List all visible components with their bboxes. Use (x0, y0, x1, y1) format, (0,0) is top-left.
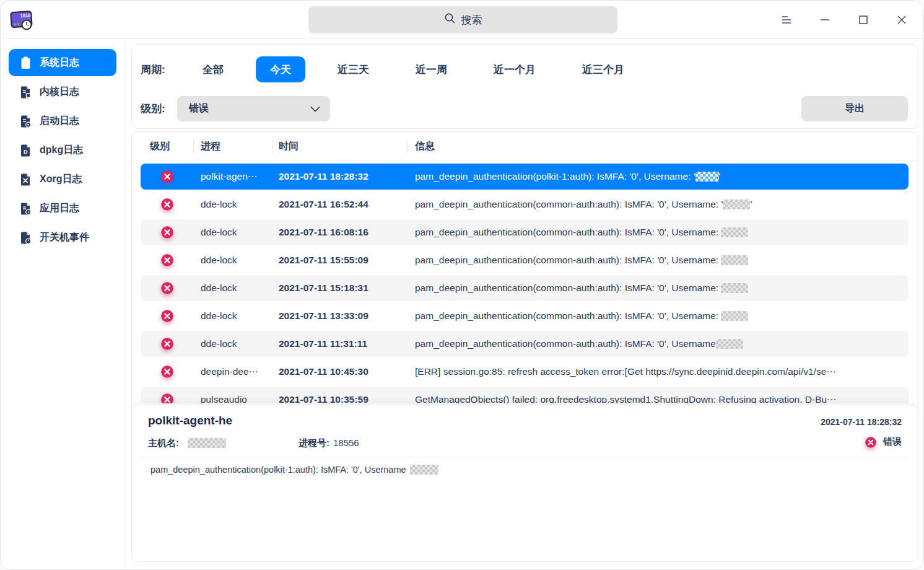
row-process-cell: pulseaudio (193, 394, 272, 403)
table-row[interactable]: pulseaudio2021-07-11 10:35:59GetManagedO… (141, 387, 909, 403)
app-log-icon (20, 202, 32, 215)
log-viewer-window: 1010 1100 搜索 (0, 0, 924, 570)
period-label: 周期: (141, 63, 188, 77)
level-label: 级别: (141, 102, 177, 116)
redacted-hostname (188, 438, 226, 448)
sidebar-item-label: 启动日志 (40, 115, 79, 128)
period-tab-4[interactable]: 近一个月 (479, 56, 550, 82)
dpkg-log-icon: D (20, 144, 32, 157)
row-time-cell: 2021-07-11 15:18:31 (272, 283, 407, 294)
row-time-cell: 2021-07-11 10:45:30 (272, 366, 407, 377)
redacted-username (695, 172, 719, 182)
row-process-cell: dde-lock (193, 199, 272, 210)
sidebar-item-xorg-log[interactable]: Xorg日志 (9, 165, 116, 193)
period-tab-0[interactable]: 全部 (188, 56, 238, 82)
sidebar-item-boot-log[interactable]: 启动日志 (9, 107, 116, 134)
row-process-cell: polkit-agen⋯ (193, 171, 272, 182)
column-header-level[interactable]: 级别 (132, 132, 193, 160)
table-header: 级别 进程 时间 信息 (132, 132, 918, 161)
error-icon (161, 170, 173, 183)
level-dropdown[interactable]: 错误 (177, 96, 330, 121)
period-tab-1[interactable]: 今天 (256, 56, 305, 82)
row-level-cell (141, 198, 193, 211)
sidebar-item-dpkg-log[interactable]: Ddpkg日志 (9, 136, 116, 164)
redacted-username (721, 227, 748, 237)
row-message-cell: pam_deepin_authentication(common-auth:au… (407, 227, 909, 238)
redacted-username (721, 283, 748, 293)
sidebar-item-power-event[interactable]: 开关机事件 (9, 224, 116, 251)
table-row[interactable]: dde-lock2021-07-11 13:33:09pam_deepin_au… (141, 303, 909, 329)
svg-text:D: D (24, 149, 28, 155)
period-tab-3[interactable]: 近一周 (401, 56, 461, 82)
boot-log-icon (20, 115, 32, 128)
row-message-cell: [ERR] session.go:85: refresh access_toke… (407, 366, 909, 377)
row-time-cell: 2021-07-11 11:31:11 (272, 338, 407, 349)
row-process-cell: dde-lock (193, 338, 272, 349)
row-time-cell: 2021-07-11 18:28:32 (272, 171, 407, 182)
export-button[interactable]: 导出 (801, 96, 908, 121)
sidebar-item-system-log[interactable]: 系统日志 (9, 49, 116, 76)
period-tab-2[interactable]: 近三天 (323, 56, 383, 82)
period-filter-row: 周期: 全部今天近三天近一周近一个月近三个月 (141, 56, 656, 82)
sidebar-item-app-log[interactable]: 应用日志 (9, 195, 116, 222)
table-row[interactable]: dde-lock2021-07-11 16:52:44pam_deepin_au… (141, 191, 909, 217)
sidebar-item-label: 内核日志 (40, 86, 79, 99)
row-time-cell: 2021-07-11 15:55:09 (272, 255, 407, 266)
menu-icon[interactable] (767, 1, 806, 39)
maximize-icon[interactable] (844, 1, 883, 39)
sidebar-item-label: Xorg日志 (40, 173, 82, 186)
chevron-down-icon (310, 103, 320, 115)
column-header-time[interactable]: 时间 (272, 132, 407, 160)
log-viewer-app-icon: 1010 1100 (9, 7, 35, 33)
row-process-cell: dde-lock (193, 283, 272, 294)
table-row[interactable]: dde-lock2021-07-11 15:18:31pam_deepin_au… (141, 275, 909, 301)
sidebar-item-label: 应用日志 (40, 202, 79, 215)
window-controls (767, 1, 921, 39)
xorg-log-icon (20, 173, 32, 186)
redacted-username (721, 311, 748, 321)
row-level-cell (141, 393, 193, 403)
column-header-process[interactable]: 进程 (193, 132, 272, 160)
row-process-cell: deepin-dee⋯ (193, 366, 272, 377)
row-process-cell: dde-lock (193, 227, 272, 238)
table-row[interactable]: dde-lock2021-07-11 15:55:09pam_deepin_au… (141, 247, 909, 273)
row-process-cell: dde-lock (193, 310, 272, 322)
detail-process-name: polkit-agent-he (148, 414, 232, 428)
detail-message: pam_deepin_authentication(polkit-1:auth)… (150, 465, 438, 475)
search-icon (444, 12, 456, 27)
table-row[interactable]: polkit-agen⋯2021-07-11 18:28:32pam_deepi… (141, 164, 909, 190)
row-time-cell: 2021-07-11 16:52:44 (272, 199, 407, 210)
search-input[interactable]: 搜索 (308, 6, 617, 33)
log-table-card: 级别 进程 时间 信息 polkit-agen⋯2021-07-11 18:28… (131, 131, 918, 562)
error-icon (161, 310, 173, 322)
row-time-cell: 2021-07-11 13:33:09 (272, 310, 407, 322)
titlebar: 1010 1100 搜索 (1, 1, 923, 39)
row-message-cell: pam_deepin_authentication(common-auth:au… (407, 338, 909, 349)
column-header-message[interactable]: 信息 (407, 132, 918, 160)
search-placeholder: 搜索 (461, 13, 482, 27)
row-time-cell: 2021-07-11 16:08:16 (272, 227, 407, 238)
row-time-cell: 2021-07-11 10:35:59 (272, 394, 407, 403)
row-message-cell: pam_deepin_authentication(common-auth:au… (407, 199, 909, 210)
row-message-cell: pam_deepin_authentication(polkit-1:auth)… (407, 171, 909, 182)
row-level-cell (141, 282, 193, 294)
log-rows: polkit-agen⋯2021-07-11 18:28:32pam_deepi… (141, 164, 909, 403)
table-row[interactable]: dde-lock2021-07-11 16:08:16pam_deepin_au… (141, 219, 909, 245)
row-level-cell (141, 254, 193, 266)
detail-level-text: 错误 (883, 436, 902, 448)
sidebar-item-kernel-log[interactable]: 内核日志 (9, 78, 116, 105)
minimize-icon[interactable] (806, 1, 844, 39)
row-level-cell (141, 310, 193, 322)
sidebar-item-label: dpkg日志 (40, 144, 83, 157)
redacted-username (723, 200, 750, 209)
detail-pid: 进程号:18556 (299, 437, 359, 449)
table-row[interactable]: deepin-dee⋯2021-07-11 10:45:30[ERR] sess… (141, 359, 909, 385)
close-icon[interactable] (883, 1, 921, 39)
row-process-cell: dde-lock (193, 255, 272, 266)
period-tab-5[interactable]: 近三个月 (568, 56, 639, 82)
detail-level-badge: 错误 (865, 436, 902, 448)
detail-panel: polkit-agent-he 2021-07-11 18:28:32 主机名:… (132, 404, 918, 561)
row-level-cell (141, 226, 193, 239)
row-level-cell (141, 338, 193, 350)
table-row[interactable]: dde-lock2021-07-11 11:31:11pam_deepin_au… (141, 331, 909, 357)
